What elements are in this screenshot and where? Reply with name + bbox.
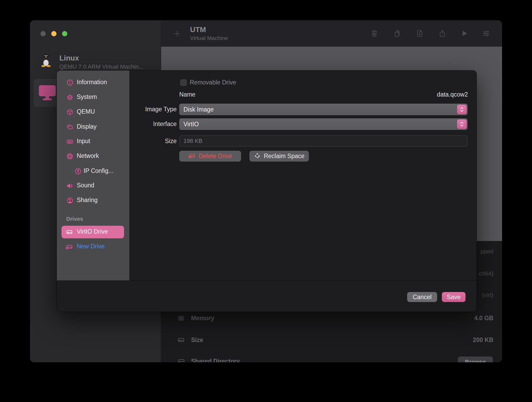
new-drive-plus-icon bbox=[65, 243, 73, 250]
window-close-button[interactable] bbox=[40, 31, 46, 36]
memory-row-label: Memory bbox=[191, 315, 214, 322]
keyboard-icon bbox=[66, 138, 74, 145]
drives-section-header: Drives bbox=[66, 216, 83, 222]
clone-vm-copy-icon[interactable] bbox=[393, 29, 401, 38]
run-vm-play-icon[interactable] bbox=[461, 29, 468, 38]
shared-directory-icon bbox=[177, 357, 185, 362]
desktop: Linux QEMU 7.0 ARM Virtual Machin... UTM bbox=[0, 0, 532, 402]
sidebar-item-system[interactable]: System bbox=[57, 90, 129, 105]
dialog-sidebar: Information System QEMU Display bbox=[57, 71, 129, 280]
recycle-icon bbox=[254, 152, 261, 160]
key-circle-icon bbox=[74, 168, 82, 175]
cancel-button[interactable]: Cancel bbox=[407, 292, 437, 302]
interface-select[interactable]: VirtIO bbox=[179, 118, 468, 130]
memory-row-value: 4.0 GB bbox=[474, 315, 493, 322]
sidebar-item-display[interactable]: Display bbox=[57, 120, 129, 134]
sidebar-item-network[interactable]: Network bbox=[57, 149, 129, 164]
info-icon bbox=[66, 79, 74, 86]
memory-chip-icon bbox=[177, 314, 185, 323]
vm-description: QEMU 7.0 ARM Virtual Machin... bbox=[59, 63, 144, 70]
toolbar-subtitle: Virtual Machine bbox=[190, 35, 228, 41]
save-button[interactable]: Save bbox=[442, 292, 465, 302]
size-input[interactable]: 198 KB bbox=[180, 135, 467, 147]
removable-drive-checkbox[interactable] bbox=[180, 79, 187, 86]
monitor-icon bbox=[38, 83, 57, 103]
name-label: Name bbox=[179, 91, 195, 98]
interface-label: Interface bbox=[129, 120, 177, 128]
delete-vm-trash-icon[interactable] bbox=[370, 29, 378, 38]
vm-name: Linux bbox=[59, 54, 79, 62]
sidebar-item-ip-config[interactable]: IP Config... bbox=[57, 164, 129, 179]
sidebar-item-information[interactable]: Information bbox=[57, 75, 129, 90]
chevron-up-down-icon bbox=[457, 119, 467, 129]
share-icon[interactable] bbox=[438, 29, 446, 38]
vm-architecture-value-clipped: ch64) bbox=[479, 270, 493, 277]
toolbar-title: UTM bbox=[190, 26, 206, 34]
name-value: data.qcow2 bbox=[437, 91, 468, 98]
new-vm-plus-icon[interactable] bbox=[173, 30, 181, 39]
cpu-chip-icon bbox=[66, 94, 74, 101]
tux-penguin-icon bbox=[40, 52, 52, 67]
sidebar-item-new-drive[interactable]: New Drive bbox=[57, 239, 129, 254]
chevron-up-down-icon bbox=[457, 105, 467, 114]
delete-drive-button[interactable]: Delete Drive bbox=[179, 151, 241, 162]
window-toolbar: UTM Virtual Machine bbox=[161, 20, 502, 47]
reclaim-space-button[interactable]: Reclaim Space bbox=[249, 151, 309, 162]
size-label: Size bbox=[129, 138, 177, 145]
window-minimize-button[interactable] bbox=[51, 31, 57, 36]
size-row-value: 200 KB bbox=[473, 336, 493, 344]
image-type-label: Image Type bbox=[129, 106, 177, 113]
person-circle-icon bbox=[66, 197, 74, 204]
settings-sliders-icon[interactable] bbox=[482, 29, 490, 38]
export-vm-download-icon[interactable] bbox=[416, 29, 424, 38]
delete-drive-minus-icon bbox=[188, 152, 196, 160]
image-type-select[interactable]: Disk Image bbox=[179, 104, 468, 115]
drive-size-icon bbox=[177, 336, 185, 345]
drive-settings-dialog: Information System QEMU Display bbox=[57, 71, 477, 312]
drive-icon bbox=[66, 228, 73, 236]
dialog-content: Removable Drive Name data.qcow2 Image Ty… bbox=[129, 71, 477, 280]
sidebar-item-input[interactable]: Input bbox=[57, 134, 129, 149]
browse-button[interactable]: Browse bbox=[458, 356, 493, 362]
speaker-icon bbox=[66, 182, 74, 189]
sidebar-item-sharing[interactable]: Sharing bbox=[57, 193, 129, 208]
shared-directory-row-label: Shared Directory bbox=[191, 358, 240, 362]
size-row-label: Size bbox=[191, 336, 203, 344]
globe-icon bbox=[66, 153, 74, 160]
removable-drive-label: Removable Drive bbox=[190, 79, 236, 86]
display-windows-icon bbox=[66, 123, 74, 131]
sidebar-item-virtio-drive[interactable]: VirtIO Drive bbox=[62, 226, 124, 238]
sidebar-item-qemu[interactable]: QEMU bbox=[57, 105, 129, 119]
vm-status-value-clipped: pped bbox=[480, 248, 493, 255]
cube-icon bbox=[66, 108, 74, 116]
sidebar-item-sound[interactable]: Sound bbox=[57, 178, 129, 193]
vm-machine-value-clipped: (virt) bbox=[482, 292, 493, 299]
window-zoom-button[interactable] bbox=[62, 31, 67, 36]
